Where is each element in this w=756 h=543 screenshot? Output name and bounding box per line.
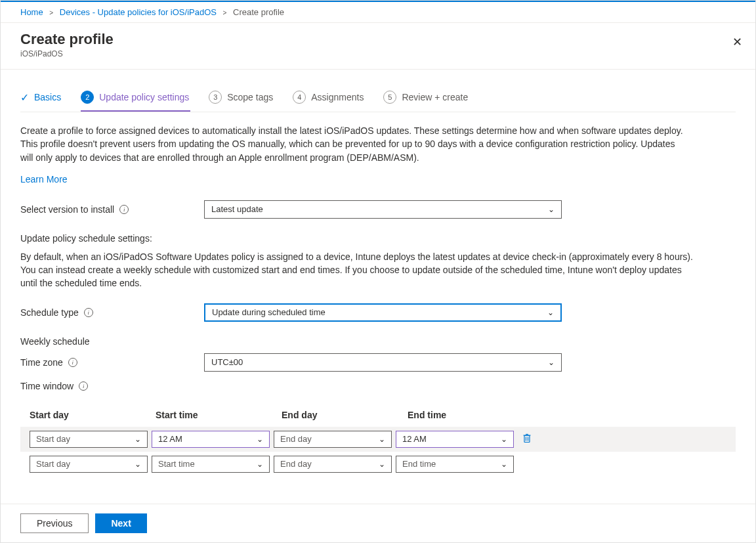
time-window-table: Start day Start time End day End time St… xyxy=(20,403,736,477)
version-label: Select version to install i xyxy=(20,204,204,215)
version-dropdown[interactable]: Latest update ⌄ xyxy=(204,200,562,219)
table-header-row: Start day Start time End day End time xyxy=(20,403,736,427)
chevron-down-icon: ⌄ xyxy=(501,435,507,444)
end-time-dropdown[interactable]: 12 AM ⌄ xyxy=(396,431,514,448)
start-day-dropdown[interactable]: Start day ⌄ xyxy=(30,456,148,473)
page-title: Create profile xyxy=(20,31,736,48)
start-day-dropdown[interactable]: Start day ⌄ xyxy=(30,431,148,448)
check-icon: ✓ xyxy=(20,91,29,104)
svg-rect-0 xyxy=(524,435,530,442)
tab-scope-tags[interactable]: 3 Scope tags xyxy=(209,85,281,112)
time-zone-dropdown[interactable]: UTC±00 ⌄ xyxy=(204,353,562,372)
end-day-dropdown[interactable]: End day ⌄ xyxy=(274,456,392,473)
previous-button[interactable]: Previous xyxy=(20,513,89,533)
trash-icon xyxy=(522,433,532,443)
tab-label: Review + create xyxy=(402,92,468,102)
page-header: Create profile iOS/iPadOS ✕ xyxy=(1,23,755,70)
tab-review-create[interactable]: 5 Review + create xyxy=(383,85,476,112)
chevron-down-icon: ⌄ xyxy=(257,435,263,444)
step-number-icon: 5 xyxy=(383,91,396,104)
col-start-day: Start day xyxy=(30,410,156,420)
weekly-schedule-heading: Weekly schedule xyxy=(20,336,736,347)
info-icon[interactable]: i xyxy=(79,381,88,391)
dropdown-value: Update during scheduled time xyxy=(212,307,326,317)
wizard-tabs: ✓ Basics 2 Update policy settings 3 Scop… xyxy=(20,70,736,112)
delete-row-button[interactable] xyxy=(522,433,532,446)
chevron-right-icon: > xyxy=(49,9,53,16)
learn-more-link[interactable]: Learn More xyxy=(20,174,68,185)
next-button[interactable]: Next xyxy=(95,513,146,533)
tab-label: Update policy settings xyxy=(99,92,189,102)
breadcrumb: Home > Devices - Update policies for iOS… xyxy=(1,2,755,23)
schedule-type-label: Schedule type i xyxy=(20,307,204,318)
chevron-down-icon: ⌄ xyxy=(135,435,141,444)
close-icon[interactable]: ✕ xyxy=(732,35,742,49)
col-end-time: End time xyxy=(408,410,534,420)
page-subtitle: iOS/iPadOS xyxy=(20,49,736,58)
schedule-type-dropdown[interactable]: Update during scheduled time ⌄ xyxy=(204,303,562,322)
chevron-down-icon: ⌄ xyxy=(547,308,554,317)
col-end-day: End day xyxy=(282,410,408,420)
description-text: Create a profile to force assigned devic… xyxy=(20,124,690,164)
chevron-down-icon: ⌄ xyxy=(548,205,555,214)
info-icon[interactable]: i xyxy=(119,205,129,214)
chevron-down-icon: ⌄ xyxy=(379,460,385,469)
time-window-label: Time window i xyxy=(20,381,204,391)
chevron-down-icon: ⌄ xyxy=(135,460,141,469)
step-number-icon: 2 xyxy=(81,91,94,104)
info-icon[interactable]: i xyxy=(84,308,93,317)
wizard-footer: Previous Next xyxy=(1,504,755,542)
end-day-dropdown[interactable]: End day ⌄ xyxy=(274,431,392,448)
tab-assignments[interactable]: 4 Assignments xyxy=(293,85,371,112)
tab-update-policy-settings[interactable]: 2 Update policy settings xyxy=(81,85,197,112)
step-number-icon: 3 xyxy=(209,91,222,104)
breadcrumb-current: Create profile xyxy=(233,7,284,17)
breadcrumb-devices[interactable]: Devices - Update policies for iOS/iPadOS xyxy=(60,7,217,17)
chevron-down-icon: ⌄ xyxy=(548,358,555,367)
start-time-dropdown[interactable]: 12 AM ⌄ xyxy=(152,431,270,448)
time-zone-label: Time zone i xyxy=(20,357,204,368)
tab-basics[interactable]: ✓ Basics xyxy=(20,86,69,112)
chevron-down-icon: ⌄ xyxy=(257,460,263,469)
tab-label: Scope tags xyxy=(227,92,273,102)
schedule-settings-heading: Update policy schedule settings: xyxy=(20,233,736,244)
end-time-dropdown[interactable]: End time ⌄ xyxy=(396,456,514,473)
chevron-down-icon: ⌄ xyxy=(501,460,507,469)
chevron-right-icon: > xyxy=(223,9,227,16)
start-time-dropdown[interactable]: Start time ⌄ xyxy=(152,456,270,473)
col-start-time: Start time xyxy=(156,410,282,420)
tab-label: Basics xyxy=(34,92,61,102)
schedule-settings-text: By default, when an iOS/iPadOS Software … xyxy=(20,250,696,290)
tab-label: Assignments xyxy=(311,92,364,102)
info-icon[interactable]: i xyxy=(68,358,77,367)
dropdown-value: UTC±00 xyxy=(211,357,243,367)
chevron-down-icon: ⌄ xyxy=(379,435,385,444)
table-row: Start day ⌄ 12 AM ⌄ End day ⌄ 12 AM ⌄ xyxy=(20,427,736,452)
step-number-icon: 4 xyxy=(293,91,306,104)
breadcrumb-home[interactable]: Home xyxy=(20,7,43,17)
dropdown-value: Latest update xyxy=(211,204,263,214)
table-row: Start day ⌄ Start time ⌄ End day ⌄ End t… xyxy=(20,452,736,477)
